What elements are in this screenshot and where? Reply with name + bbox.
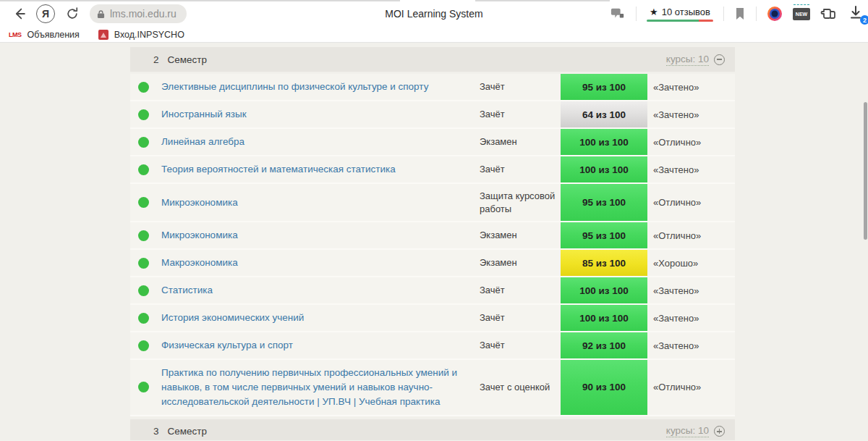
toolbar-separator	[756, 7, 757, 21]
course-name-cell: Линейная алгебра	[161, 129, 480, 155]
course-link[interactable]: Практика по получению первичных професси…	[161, 367, 457, 407]
assessment-type: Защита курсовой работы	[480, 184, 561, 221]
bookmark-label: Вход.INPSYCHO	[114, 30, 184, 40]
site-rating[interactable]: ★ 10 отзывов	[647, 7, 713, 22]
course-link[interactable]: Микроэкономика	[161, 230, 238, 240]
score-badge: 100 из 100	[561, 156, 647, 182]
semester-expand-control[interactable]: курсы: 10	[666, 425, 725, 437]
course-link[interactable]: Макроэкономика	[161, 257, 238, 268]
bookmark-button[interactable]	[734, 7, 746, 20]
url-text: lms.moi.edu.ru	[110, 8, 176, 20]
feedback-button[interactable]	[610, 7, 626, 21]
course-link[interactable]: Иностранный язык	[161, 109, 247, 119]
toolbar-separator	[723, 7, 724, 21]
vertical-scrollbar[interactable]	[864, 102, 867, 240]
course-row: История экономических учений Зачёт 100 и…	[130, 305, 735, 332]
bookmarks-bar: LMS Объявления Вход.INPSYCHO	[0, 28, 868, 43]
course-link[interactable]: Статистика	[161, 285, 213, 295]
extension-circle-button[interactable]	[767, 6, 783, 22]
collections-button[interactable]	[820, 7, 838, 21]
yandex-logo-button[interactable]: Я	[36, 4, 55, 23]
course-link[interactable]: Элективные дисциплины по физической куль…	[161, 81, 428, 92]
yandex-logo-letter: Я	[42, 8, 49, 20]
status-cell	[130, 197, 161, 208]
semester-label: Семестр	[168, 426, 208, 437]
semester-label: Семестр	[168, 54, 208, 65]
bookmark-item-inpsycho[interactable]: Вход.INPSYCHO	[98, 30, 184, 40]
bookmark-item-lms[interactable]: LMS Объявления	[9, 30, 80, 40]
assessment-type: Зачёт	[480, 333, 561, 358]
score-badge: 95 из 100	[561, 222, 647, 248]
status-cell	[130, 164, 161, 175]
course-name-cell: Теория вероятностей и математическая ста…	[161, 156, 480, 182]
course-row: Элективные дисциплины по физической куль…	[130, 74, 735, 101]
back-arrow-icon	[12, 6, 27, 22]
bookmark-label: Объявления	[27, 30, 80, 40]
course-link[interactable]: История экономических учений	[161, 312, 304, 323]
address-bar[interactable]: lms.moi.edu.ru	[90, 4, 187, 23]
score-badge: 64 из 100	[561, 101, 647, 127]
course-name-cell: Микроэкономика	[161, 222, 480, 248]
lock-icon	[97, 9, 105, 19]
grade-text: «Отлично»	[647, 382, 735, 392]
course-name-cell: Физическая культура и спорт	[161, 332, 480, 358]
collapse-minus-icon[interactable]	[714, 54, 725, 65]
course-link[interactable]: Теория вероятностей и математическая ста…	[161, 164, 396, 175]
status-dot-icon	[138, 258, 149, 269]
grade-text: «Зачтено»	[647, 313, 735, 324]
status-dot-icon	[138, 230, 149, 241]
score-badge: 85 из 100	[561, 250, 647, 276]
status-dot-icon	[138, 285, 149, 296]
grade-text: «Хорошо»	[647, 258, 735, 269]
course-list: Элективные дисциплины по физической куль…	[130, 74, 735, 416]
status-cell	[130, 230, 161, 241]
course-row: Микроэкономика Защита курсовой работы 95…	[130, 184, 735, 222]
assessment-type: Зачет с оценкой	[480, 375, 561, 400]
status-dot-icon	[138, 197, 149, 208]
grade-text: «Зачтено»	[647, 82, 735, 93]
assessment-type: Экзамен	[480, 251, 561, 275]
score-badge: 100 из 100	[561, 277, 647, 303]
status-cell	[130, 258, 161, 269]
assessment-type: Зачёт	[480, 306, 561, 330]
course-row: Практика по получению первичных професси…	[130, 360, 735, 416]
score-badge: 92 из 100	[561, 332, 647, 358]
course-link[interactable]: Физическая культура и спорт	[161, 340, 293, 350]
rating-bar-negative	[699, 20, 713, 22]
assessment-type: Экзамен	[480, 223, 561, 248]
grade-text: «Отлично»	[647, 197, 735, 208]
screenshot-new-button[interactable]: NEW	[793, 8, 810, 20]
refresh-button[interactable]	[62, 4, 82, 24]
status-dot-icon	[138, 382, 149, 392]
feedback-icon	[610, 7, 626, 21]
status-dot-icon	[138, 313, 149, 324]
browser-chrome: MOI Learning System Я lms.moi.edu.ru	[0, 0, 868, 43]
grade-text: «Отлично»	[647, 137, 735, 148]
semester-number: 2	[153, 54, 159, 65]
assessment-type: Экзамен	[480, 130, 561, 154]
semester-header-3: 3 Семестр курсы: 10	[130, 419, 735, 440]
reviews-count-label: 10 отзывов	[662, 7, 710, 17]
course-name-cell: Микроэкономика	[161, 190, 480, 216]
course-row: Физическая культура и спорт Зачёт 92 из …	[130, 332, 735, 360]
courses-count-link[interactable]: курсы: 10	[666, 54, 709, 66]
assessment-type: Зачёт	[480, 75, 561, 99]
course-link[interactable]: Микроэкономика	[161, 197, 238, 208]
lms-favicon: LMS	[9, 31, 22, 38]
downloads-button[interactable]: 2	[848, 4, 867, 23]
grade-text: «Отлично»	[647, 230, 735, 241]
course-name-cell: Статистика	[161, 277, 480, 303]
extension-circle-icon	[767, 6, 783, 22]
star-icon: ★	[650, 7, 658, 17]
back-button[interactable]	[9, 3, 30, 25]
course-link[interactable]: Линейная алгебра	[161, 136, 244, 147]
score-badge: 95 из 100	[561, 184, 647, 221]
expand-plus-icon[interactable]	[714, 426, 725, 437]
courses-count-link[interactable]: курсы: 10	[666, 425, 709, 437]
gradebook: 2 Семестр курсы: 10 Элективные дисциплин…	[130, 47, 735, 440]
semester-collapse-control[interactable]: курсы: 10	[666, 54, 725, 66]
status-cell	[130, 109, 161, 120]
score-badge: 100 из 100	[561, 305, 647, 331]
semester-number: 3	[153, 426, 159, 437]
status-dot-icon	[138, 109, 149, 120]
